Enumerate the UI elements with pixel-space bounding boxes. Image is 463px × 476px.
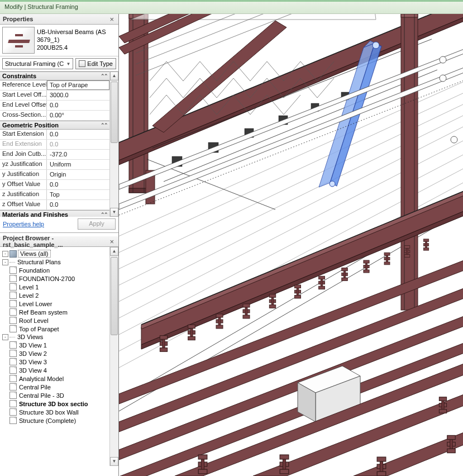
sheet-icon: [9, 358, 17, 365]
sheet-icon: [9, 341, 17, 349]
property-value[interactable]: Top of Parape: [47, 80, 109, 90]
property-row[interactable]: Start Extension0.0: [0, 130, 109, 140]
tree-toggle[interactable]: -: [2, 259, 8, 265]
property-value[interactable]: 0.0: [47, 101, 109, 110]
tree-item[interactable]: Central Pile - 3D: [2, 392, 117, 399]
tree-label: Structure 3D box Wall: [18, 409, 80, 416]
tree-item[interactable]: Structure (Complete): [2, 417, 117, 424]
tree-toggle[interactable]: -: [2, 251, 8, 257]
scroll-down-button[interactable]: ▼: [110, 457, 118, 466]
scroll-up-button[interactable]: ▲: [110, 247, 118, 256]
apply-button[interactable]: Apply: [78, 218, 116, 230]
property-row[interactable]: Cross-Section...0.00°: [0, 111, 109, 121]
collapse-icon: ⌃⌃: [101, 122, 107, 128]
tree-item[interactable]: Ref Beam system: [2, 308, 117, 316]
property-value[interactable]: 3000.0: [47, 91, 109, 100]
sheet-icon: [9, 366, 17, 374]
tree-item[interactable]: 3D View 2: [2, 350, 117, 357]
tree-item[interactable]: Structure 3D box Wall: [2, 408, 117, 416]
tree-item[interactable]: 3D View 4: [2, 366, 117, 374]
group-title: Geometric Position: [2, 122, 59, 128]
chevron-down-icon: ▼: [66, 61, 70, 66]
project-browser-tree: -Views (all)-Structural PlansFoundationF…: [0, 247, 118, 466]
properties-title: Properties: [3, 16, 33, 22]
sheet-icon: [9, 317, 17, 324]
property-value[interactable]: Top: [47, 190, 109, 199]
tree-label: 3D View 1: [18, 342, 48, 349]
family-thumbnail: [2, 27, 35, 54]
property-value[interactable]: 0.0: [47, 140, 109, 149]
tree-label: Central Pile: [18, 384, 52, 391]
property-group-header[interactable]: Constraints⌃⌃: [0, 72, 109, 80]
property-value[interactable]: Uniform: [47, 160, 109, 169]
sheet-icon: [9, 308, 17, 316]
project-browser-header: Project Browser - rst_basic_sample_... ×: [0, 236, 118, 247]
edit-type-label: Edit Type: [87, 60, 113, 67]
property-row[interactable]: y Offset Value0.0: [0, 180, 109, 190]
properties-help-link[interactable]: Properties help: [3, 221, 44, 227]
property-label: Start Extension: [0, 130, 47, 139]
tree-item[interactable]: -3D Views: [2, 334, 117, 340]
tree-item[interactable]: FOUNDATION-2700: [2, 275, 117, 282]
property-value[interactable]: 0.0: [47, 180, 109, 189]
property-row[interactable]: yz JustificationUniform: [0, 160, 109, 170]
scroll-thumb[interactable]: [111, 82, 118, 143]
category-filter-combo[interactable]: Structural Framing (C ▼: [2, 58, 73, 69]
modify-title: Modify | Structural Framing: [4, 3, 78, 10]
tree-item[interactable]: Level 1: [2, 283, 117, 291]
browser-scrollbar[interactable]: ▲ ▼: [109, 247, 118, 466]
edit-type-button[interactable]: Edit Type: [75, 58, 116, 69]
tree-label: 3D Views: [16, 334, 44, 340]
property-row[interactable]: z JustificationTop: [0, 190, 109, 200]
sheet-icon: [9, 408, 17, 416]
tree-item[interactable]: Roof Level: [2, 317, 117, 324]
tree-item[interactable]: 3D View 3: [2, 358, 117, 365]
sheet-icon: [9, 392, 17, 399]
tree-label: Roof Level: [18, 317, 50, 324]
tree-item[interactable]: 3D View 1: [2, 341, 117, 349]
property-row[interactable]: z Offset Value0.0: [0, 200, 109, 210]
tree-item[interactable]: -Structural Plans: [2, 259, 117, 265]
3d-viewport[interactable]: [119, 14, 463, 476]
property-value[interactable]: 0.00°: [47, 111, 109, 120]
scroll-thumb[interactable]: [111, 257, 118, 335]
family-type-label: UB-Universal Beams (AS 3679_1) 200UB25.4: [37, 27, 116, 51]
tree-item[interactable]: -Views (all): [2, 250, 117, 258]
type-selector[interactable]: UB-Universal Beams (AS 3679_1) 200UB25.4: [0, 25, 118, 56]
tree-item[interactable]: Central Pile: [2, 383, 117, 391]
property-group-header[interactable]: Materials and Finishes⌃⌃: [0, 210, 109, 217]
tree-item[interactable]: Level 2: [2, 292, 117, 299]
scroll-down-button[interactable]: ▼: [110, 208, 118, 217]
tree-item[interactable]: Analytical Model: [2, 375, 117, 382]
group-title: Constraints: [2, 73, 36, 79]
tree-item[interactable]: Top of Parapet: [2, 325, 117, 332]
property-group-header[interactable]: Geometric Position⌃⌃: [0, 121, 109, 130]
properties-scrollbar[interactable]: ▲ ▼: [109, 72, 118, 217]
property-value[interactable]: 0.0: [47, 200, 109, 210]
property-row[interactable]: End Level Offset0.0: [0, 101, 109, 111]
tree-label: Top of Parapet: [18, 326, 60, 332]
group-title: Materials and Finishes: [2, 211, 68, 217]
tree-label: FOUNDATION-2700: [18, 275, 76, 282]
property-value[interactable]: 0.0: [47, 130, 109, 139]
property-row[interactable]: End Join Cutb...-372.0: [0, 150, 109, 160]
property-row[interactable]: Start Level Off...3000.0: [0, 91, 109, 101]
svg-point-20: [373, 42, 379, 49]
project-browser-title: Project Browser - rst_basic_sample_...: [3, 235, 108, 248]
property-row[interactable]: Reference LevelTop of Parape: [0, 80, 109, 91]
property-value[interactable]: -372.0: [47, 150, 109, 159]
property-row[interactable]: y JustificationOrigin: [0, 170, 109, 180]
sheet-icon: [9, 300, 17, 307]
svg-rect-6: [129, 188, 148, 193]
tree-label: Level 1: [18, 284, 40, 291]
tree-item[interactable]: Structure 3D box sectio: [2, 400, 117, 407]
tree-toggle[interactable]: -: [2, 334, 8, 340]
property-row[interactable]: End Extension0.0: [0, 140, 109, 150]
property-value[interactable]: Origin: [47, 170, 109, 179]
tree-label: 3D View 3: [18, 359, 48, 365]
close-icon[interactable]: ×: [108, 237, 116, 246]
tree-item[interactable]: Level Lower: [2, 300, 117, 307]
close-icon[interactable]: ×: [108, 15, 116, 23]
scroll-up-button[interactable]: ▲: [110, 72, 118, 80]
tree-item[interactable]: Foundation: [2, 266, 117, 274]
